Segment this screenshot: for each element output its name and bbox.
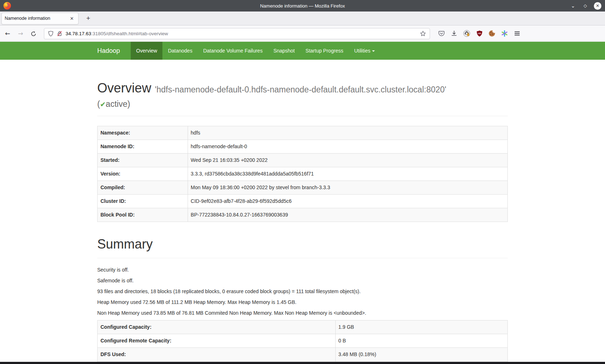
screen-bottom-edge	[0, 362, 605, 364]
nav-item-datanode-volume-failures[interactable]: Datanode Volume Failures	[198, 42, 268, 60]
tab-title: Namenode information	[5, 16, 68, 21]
new-tab-button[interactable]: +	[84, 14, 93, 23]
downloads-icon[interactable]	[451, 30, 458, 37]
summary-line-filesystem-objects: 93 files and directories, 18 blocks (18 …	[97, 288, 508, 295]
tab-bar: Namenode information ✕ +	[0, 12, 605, 26]
capacity-table: Configured Capacity: 1.9 GB Configured R…	[97, 320, 508, 364]
table-row: Block Pool ID: BP-772238843-10.84.0.27-1…	[98, 208, 508, 222]
summary-line-heap-memory: Heap Memory used 72.56 MB of 111.2 MB He…	[97, 299, 508, 306]
privacy-badger-extension-icon[interactable]	[463, 30, 470, 37]
hadoop-navbar: Hadoop Overview Datanodes Datanode Volum…	[0, 42, 605, 60]
overview-heading: Overview 'hdfs-namenode-default-0.hdfs-n…	[97, 81, 508, 97]
table-row: Namenode ID: hdfs-namenode-default-0	[98, 140, 508, 154]
summary-line-non-heap-memory: Non Heap Memory used 73.85 MB of 76.81 M…	[97, 309, 508, 317]
row-value: 1.9 GB	[335, 320, 507, 334]
svg-text:UO: UO	[478, 32, 481, 34]
namenode-status: (✔active)	[97, 99, 508, 109]
asterisk-extension-icon[interactable]	[501, 30, 508, 37]
browser-toolbar: ← → 34.78.17.63:31805/dfshealth.ht	[0, 26, 605, 41]
forward-button: →	[15, 28, 26, 39]
table-row: Configured Remote Capacity: 0 B	[98, 334, 508, 348]
row-label: Namenode ID:	[98, 140, 188, 154]
row-label: Configured Capacity:	[98, 320, 336, 334]
row-value: 3.48 MB (0.18%)	[335, 348, 507, 361]
summary-line-safemode: Safemode is off.	[97, 277, 508, 284]
row-label: Started:	[98, 154, 188, 167]
menu-hamburger-icon[interactable]	[514, 30, 521, 37]
url-bar[interactable]: 34.78.17.63:31805/dfshealth.html#tab-ove…	[44, 28, 430, 39]
lock-slash-icon[interactable]	[57, 31, 62, 37]
row-label: Version:	[98, 167, 188, 181]
row-value: 0 B	[335, 334, 507, 348]
table-row: DFS Used: 3.48 MB (0.18%)	[98, 348, 508, 361]
hadoop-brand[interactable]: Hadoop	[97, 42, 126, 60]
nav-item-datanodes[interactable]: Datanodes	[162, 42, 198, 60]
browser-tab[interactable]: Namenode information ✕	[1, 13, 79, 24]
window-close-icon[interactable]: ✕	[594, 2, 601, 10]
summary-heading: Summary	[97, 237, 508, 251]
reload-button[interactable]	[28, 28, 39, 39]
table-row: Namespace: hdfs	[98, 126, 508, 140]
row-value: BP-772238843-10.84.0.27-1663769003639	[188, 208, 507, 222]
nav-item-utilities[interactable]: Utilities	[349, 42, 380, 60]
row-label: DFS Used:	[98, 348, 336, 361]
table-row: Cluster ID: CID-9ef02e83-afb7-4f28-ab29-…	[98, 195, 508, 208]
firefox-logo-icon	[3, 1, 12, 10]
shield-icon[interactable]	[48, 31, 54, 37]
row-value: Wed Sep 21 16:03:35 +0200 2022	[188, 154, 507, 167]
chevron-down-icon	[372, 50, 375, 52]
page-content: Overview 'hdfs-namenode-default-0.hdfs-n…	[0, 60, 605, 364]
row-label: Configured Remote Capacity:	[98, 334, 336, 348]
window-minimize-icon[interactable]: ⌄	[569, 2, 577, 9]
cookie-extension-icon[interactable]	[488, 30, 496, 37]
tab-close-icon[interactable]: ✕	[68, 15, 75, 22]
bookmark-star-icon[interactable]	[420, 31, 426, 37]
reload-icon	[31, 31, 36, 37]
table-row: Version: 3.3.3, rd37586cbda38c338d9fe481…	[98, 167, 508, 181]
ublock-origin-extension-icon[interactable]: UO	[476, 30, 483, 37]
back-button[interactable]: ←	[2, 28, 13, 39]
table-row: Configured Capacity: 1.9 GB	[98, 320, 508, 334]
nav-item-startup-progress[interactable]: Startup Progress	[300, 42, 349, 60]
table-row: Started: Wed Sep 21 16:03:35 +0200 2022	[98, 154, 508, 167]
firefox-window: Namenode information — Mozilla Firefox ⌄…	[0, 0, 605, 364]
row-value: Mon May 09 18:36:00 +0200 2022 by stevel…	[188, 181, 507, 195]
check-icon: ✔	[100, 100, 106, 108]
row-label: Namespace:	[98, 126, 188, 140]
nav-item-snapshot[interactable]: Snapshot	[268, 42, 300, 60]
url-domain: 34.78.17.63	[66, 31, 91, 36]
row-label: Block Pool ID:	[98, 208, 188, 222]
row-label: Compiled:	[98, 181, 188, 195]
window-title: Namenode information — Mozilla Firefox	[0, 3, 605, 9]
summary-line-security: Security is off.	[97, 266, 508, 273]
window-maximize-icon[interactable]: ◇	[582, 2, 589, 9]
nav-item-overview[interactable]: Overview	[131, 42, 162, 60]
divider	[97, 116, 508, 116]
window-titlebar: Namenode information — Mozilla Firefox ⌄…	[0, 0, 605, 12]
row-value: CID-9ef02e83-afb7-4f28-ab29-6f592d5dd5c6	[188, 195, 507, 208]
namenode-address: 'hdfs-namenode-default-0.hdfs-namenode-d…	[155, 85, 446, 94]
row-value: hdfs	[188, 126, 507, 140]
row-label: Cluster ID:	[98, 195, 188, 208]
row-value: 3.3.3, rd37586cbda38c338d9fe481addda5a05…	[188, 167, 507, 181]
table-row: Compiled: Mon May 09 18:36:00 +0200 2022…	[98, 181, 508, 195]
pocket-icon[interactable]	[438, 30, 445, 37]
namenode-info-table: Namespace: hdfs Namenode ID: hdfs-nameno…	[97, 126, 508, 222]
url-text[interactable]: 34.78.17.63:31805/dfshealth.html#tab-ove…	[66, 31, 420, 36]
divider	[97, 258, 508, 258]
row-value: hdfs-namenode-default-0	[188, 140, 507, 154]
url-path: :31805/dfshealth.html#tab-overview	[91, 31, 168, 36]
